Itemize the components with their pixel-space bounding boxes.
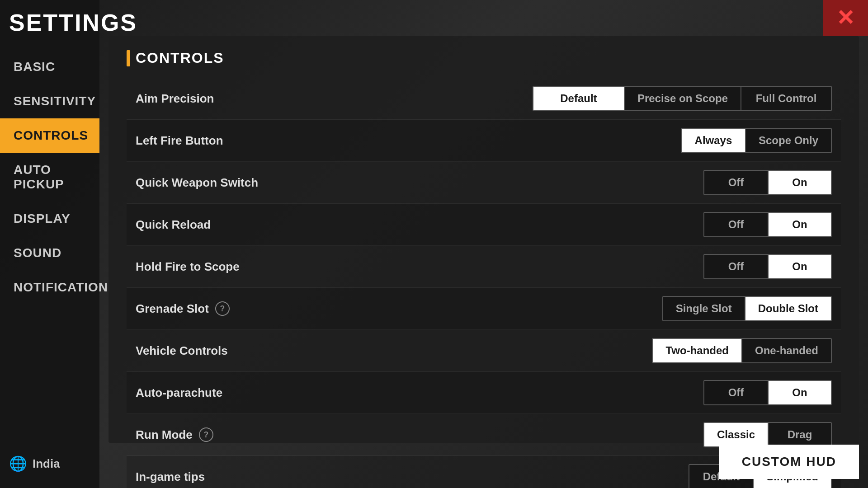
hold-fire-off[interactable]: Off (704, 255, 768, 278)
aim-precision-toggle: Default Precise on Scope Full Control (533, 86, 832, 111)
aim-precision-default[interactable]: Default (533, 87, 624, 110)
quick-weapon-switch-label: Quick Weapon Switch (136, 176, 703, 190)
aim-precision-precise[interactable]: Precise on Scope (624, 87, 741, 110)
auto-parachute-off[interactable]: Off (704, 381, 768, 404)
row-grenade-slot: Grenade Slot ? Single Slot Double Slot (127, 288, 841, 330)
run-mode-help-icon[interactable]: ? (199, 427, 213, 442)
hold-fire-to-scope-label: Hold Fire to Scope (136, 260, 703, 274)
sidebar: BASIC SENSITIVITY CONTROLS AUTO PICKUP D… (0, 0, 99, 488)
aim-precision-full[interactable]: Full Control (741, 87, 831, 110)
sidebar-item-display[interactable]: DISPLAY (0, 202, 99, 236)
content-panel: CONTROLS Aim Precision Default Precise o… (108, 36, 859, 443)
sidebar-item-notification[interactable]: NOTIFICATION (0, 270, 99, 305)
hold-fire-on[interactable]: On (768, 255, 831, 278)
section-title: CONTROLS (136, 50, 224, 66)
quick-weapon-switch-on[interactable]: On (768, 171, 831, 194)
quick-reload-on[interactable]: On (768, 213, 831, 236)
quick-weapon-switch-off[interactable]: Off (704, 171, 768, 194)
close-icon: ✕ (836, 7, 854, 29)
vehicle-two-handed[interactable]: Two-handed (653, 339, 741, 362)
vehicle-controls-toggle: Two-handed One-handed (652, 338, 832, 363)
grenade-single-slot[interactable]: Single Slot (663, 297, 745, 320)
section-header: CONTROLS (127, 50, 841, 66)
quick-reload-label: Quick Reload (136, 218, 703, 232)
quick-reload-toggle: Off On (703, 212, 832, 237)
auto-parachute-toggle: Off On (703, 380, 832, 405)
quick-reload-off[interactable]: Off (704, 213, 768, 236)
custom-hud-button[interactable]: CUSTOM HUD (719, 445, 859, 479)
main-content: CONTROLS Aim Precision Default Precise o… (108, 36, 859, 479)
run-mode-toggle: Classic Drag (703, 422, 832, 447)
run-mode-drag[interactable]: Drag (768, 423, 831, 446)
left-fire-scope-only[interactable]: Scope Only (745, 129, 831, 152)
grenade-slot-label: Grenade Slot ? (136, 301, 662, 316)
globe-icon: 🌐 (9, 455, 27, 472)
sidebar-item-sensitivity[interactable]: SENSITIVITY (0, 84, 99, 118)
section-indicator (127, 50, 130, 66)
sidebar-item-auto-pickup[interactable]: AUTO PICKUP (0, 153, 99, 202)
row-aim-precision: Aim Precision Default Precise on Scope F… (127, 78, 841, 120)
row-hold-fire-to-scope: Hold Fire to Scope Off On (127, 246, 841, 288)
vehicle-controls-label: Vehicle Controls (136, 344, 652, 358)
sidebar-item-sound[interactable]: SOUND (0, 236, 99, 270)
aim-precision-label: Aim Precision (136, 92, 533, 106)
row-left-fire-button: Left Fire Button Always Scope Only (127, 120, 841, 162)
in-game-tips-label: In-game tips (136, 470, 689, 484)
grenade-slot-toggle: Single Slot Double Slot (662, 296, 832, 321)
grenade-double-slot[interactable]: Double Slot (745, 297, 831, 320)
left-fire-button-label: Left Fire Button (136, 134, 681, 148)
auto-parachute-label: Auto-parachute (136, 386, 703, 400)
row-vehicle-controls: Vehicle Controls Two-handed One-handed (127, 330, 841, 372)
row-quick-weapon-switch: Quick Weapon Switch Off On (127, 162, 841, 204)
sidebar-bottom: 🌐 India (0, 448, 99, 479)
row-quick-reload: Quick Reload Off On (127, 204, 841, 246)
sidebar-item-controls[interactable]: CONTROLS (0, 118, 99, 153)
close-button[interactable]: ✕ (823, 0, 868, 36)
sidebar-item-basic[interactable]: BASIC (0, 50, 99, 84)
vehicle-one-handed[interactable]: One-handed (741, 339, 831, 362)
country-label: India (33, 457, 60, 471)
row-auto-parachute: Auto-parachute Off On (127, 372, 841, 414)
run-mode-classic[interactable]: Classic (704, 423, 768, 446)
page-title: SETTINGS (9, 9, 137, 36)
quick-weapon-switch-toggle: Off On (703, 170, 832, 195)
left-fire-always[interactable]: Always (682, 129, 745, 152)
hold-fire-to-scope-toggle: Off On (703, 254, 832, 279)
grenade-slot-help-icon[interactable]: ? (215, 301, 230, 316)
auto-parachute-on[interactable]: On (768, 381, 831, 404)
left-fire-button-toggle: Always Scope Only (681, 128, 832, 153)
run-mode-label: Run Mode ? (136, 427, 703, 442)
